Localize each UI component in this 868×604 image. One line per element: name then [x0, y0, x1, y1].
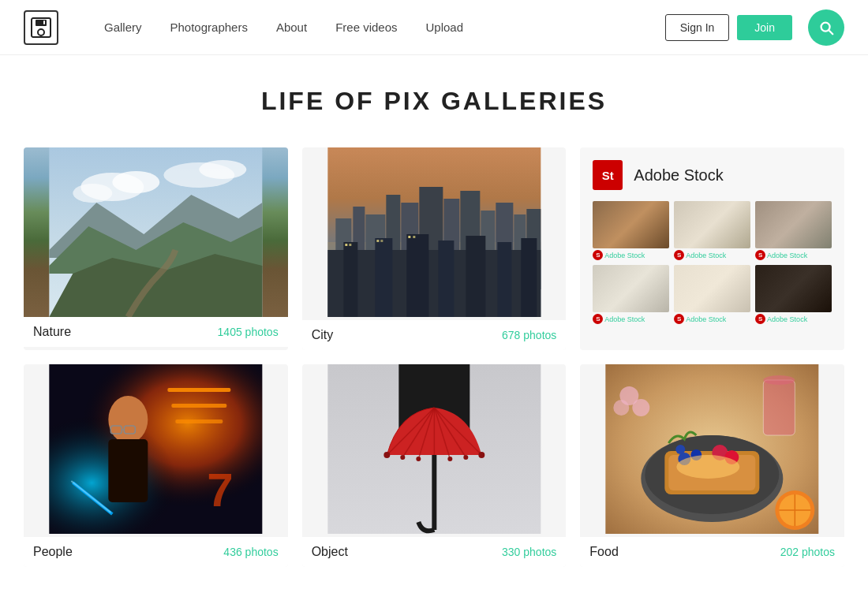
svg-rect-28 — [343, 242, 357, 317]
people-count: 436 photos — [223, 546, 278, 558]
city-card-footer: City 678 photos — [302, 320, 567, 350]
svg-rect-34 — [521, 238, 537, 317]
food-label: Food — [589, 545, 618, 559]
main-nav: Gallery Photographers About Free videos … — [90, 0, 665, 55]
svg-point-84 — [764, 375, 795, 385]
gallery-grid: Nature 1405 photos — [24, 147, 844, 567]
object-card-footer: Object 330 photos — [302, 537, 567, 567]
nav-gallery[interactable]: Gallery — [90, 0, 156, 55]
nature-image-wrapper — [24, 147, 288, 317]
gallery-card-people[interactable]: 7 People 436 photos — [24, 364, 288, 567]
nature-scene-svg — [24, 147, 288, 317]
adobe-s-icon-6: S — [755, 314, 765, 324]
adobe-header: St Adobe Stock — [593, 160, 832, 190]
object-count: 330 photos — [502, 546, 556, 558]
svg-point-71 — [478, 452, 485, 458]
svg-rect-44 — [167, 388, 230, 392]
food-card-footer: Food 202 photos — [580, 537, 844, 567]
nav-photographers[interactable]: Photographers — [156, 0, 262, 55]
svg-point-90 — [614, 400, 630, 416]
logo-icon — [24, 10, 58, 45]
svg-rect-30 — [406, 234, 428, 317]
adobe-s-icon-3: S — [755, 250, 765, 260]
adobe-watermark-3: S Adobe Stock — [755, 250, 832, 260]
nav-about[interactable]: About — [262, 0, 321, 55]
food-image-wrapper — [580, 364, 844, 537]
gallery-card-food[interactable]: Food 202 photos — [580, 364, 844, 567]
svg-point-91 — [633, 399, 650, 416]
adobe-watermark-text-1: Adobe Stock — [604, 252, 645, 259]
object-scene-svg — [302, 364, 567, 534]
header: Gallery Photographers About Free videos … — [0, 0, 868, 55]
adobe-watermark-text-2: Adobe Stock — [686, 252, 726, 259]
adobe-s-icon-5: S — [674, 314, 684, 324]
nav-upload[interactable]: Upload — [412, 0, 478, 55]
adobe-thumb-img-1 — [593, 201, 669, 248]
search-button[interactable] — [808, 9, 844, 46]
adobe-thumb-img-4 — [593, 265, 669, 312]
gallery-card-nature[interactable]: Nature 1405 photos — [24, 147, 288, 350]
svg-rect-45 — [171, 404, 226, 408]
signin-button[interactable]: Sign In — [665, 14, 730, 41]
adobe-thumb-img-3 — [755, 201, 832, 248]
adobe-thumbnail-grid: S Adobe Stock S Adobe Stock S Adobe St — [593, 201, 832, 324]
gallery-card-city[interactable]: City 678 photos — [302, 147, 567, 350]
adobe-thumb-img-2 — [674, 201, 750, 248]
food-count: 202 photos — [780, 546, 835, 558]
adobe-thumb-6[interactable]: S Adobe Stock — [755, 265, 832, 324]
adobe-thumb-img-5 — [674, 265, 750, 312]
adobe-logo: St — [593, 160, 623, 190]
object-label: Object — [312, 545, 348, 559]
adobe-watermark-text-4: Adobe Stock — [604, 315, 645, 323]
svg-rect-37 — [376, 240, 379, 242]
nature-count: 1405 photos — [218, 326, 279, 338]
people-image-wrapper: 7 — [24, 364, 288, 537]
logo[interactable] — [24, 10, 58, 45]
adobe-thumb-2[interactable]: S Adobe Stock — [674, 201, 750, 260]
adobe-thumb-img-6 — [755, 265, 832, 312]
city-image-wrapper — [302, 147, 567, 320]
adobe-watermark-6: S Adobe Stock — [755, 314, 832, 324]
nature-card-footer: Nature 1405 photos — [24, 317, 288, 347]
svg-point-68 — [416, 457, 421, 461]
nature-image — [24, 147, 288, 317]
city-label: City — [312, 328, 334, 342]
people-card-footer: People 436 photos — [24, 537, 288, 567]
adobe-thumb-4[interactable]: S Adobe Stock — [593, 265, 669, 324]
adobe-watermark-text-6: Adobe Stock — [767, 315, 807, 323]
svg-rect-83 — [764, 380, 795, 435]
adobe-title: Adobe Stock — [634, 166, 723, 185]
svg-point-70 — [463, 455, 468, 460]
svg-rect-33 — [497, 242, 511, 317]
adobe-thumb-3[interactable]: S Adobe Stock — [755, 201, 832, 260]
svg-point-6 — [112, 171, 159, 193]
svg-text:7: 7 — [207, 464, 233, 516]
svg-rect-36 — [349, 244, 351, 246]
food-scene-svg — [580, 364, 844, 534]
svg-point-2 — [38, 29, 44, 35]
page-title: LIFE OF PIX GALLERIES — [24, 87, 844, 116]
search-icon — [817, 19, 835, 36]
adobe-thumb-5[interactable]: S Adobe Stock — [674, 265, 750, 324]
gallery-card-object[interactable]: Object 330 photos — [302, 364, 567, 567]
svg-point-66 — [383, 452, 390, 458]
svg-point-82 — [677, 455, 740, 479]
svg-rect-48 — [108, 439, 148, 502]
adobe-watermark-1: S Adobe Stock — [593, 250, 669, 260]
city-count: 678 photos — [502, 329, 556, 341]
join-button[interactable]: Join — [737, 15, 792, 40]
header-actions: Sign In Join — [665, 14, 792, 41]
svg-point-69 — [447, 457, 452, 461]
svg-point-67 — [400, 455, 405, 460]
adobe-thumb-1[interactable]: S Adobe Stock — [593, 201, 669, 260]
svg-point-79 — [676, 445, 686, 454]
nav-free-videos[interactable]: Free videos — [321, 0, 411, 55]
svg-rect-39 — [408, 236, 410, 238]
adobe-watermark-2: S Adobe Stock — [674, 250, 750, 260]
svg-rect-46 — [175, 419, 223, 423]
adobe-s-icon-4: S — [593, 314, 603, 324]
svg-rect-40 — [413, 236, 415, 238]
gallery-card-adobe[interactable]: St Adobe Stock S Adobe Stock S Adobe St — [580, 147, 844, 350]
svg-point-47 — [108, 396, 148, 443]
adobe-watermark-4: S Adobe Stock — [593, 314, 669, 324]
